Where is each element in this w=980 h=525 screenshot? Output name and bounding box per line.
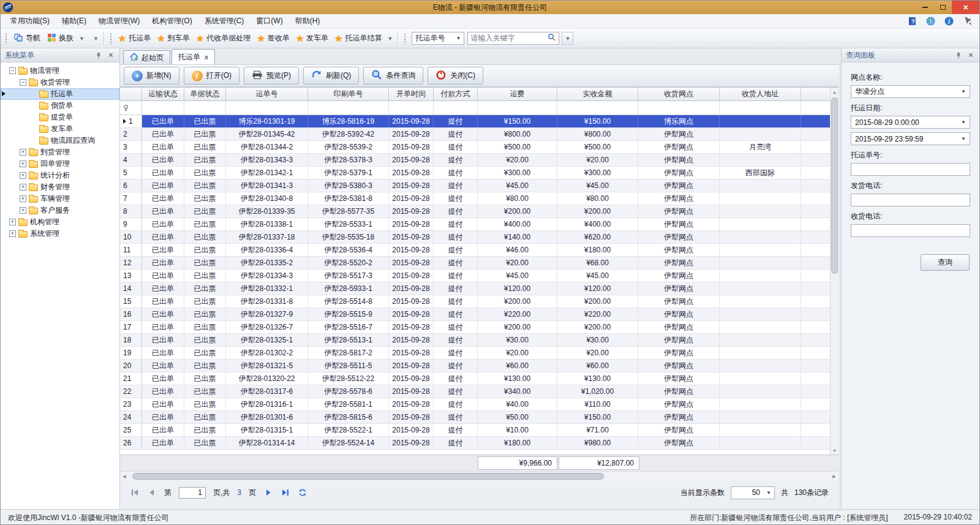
- toolbar-grip[interactable]: [5, 33, 7, 44]
- tree-toggle-icon[interactable]: +: [20, 195, 26, 202]
- grid-cell[interactable]: 伊犁28-5515-9: [308, 308, 389, 320]
- row-indicator[interactable]: 9: [120, 218, 142, 230]
- grid-cell[interactable]: 伊犁网点: [638, 308, 720, 320]
- grid-cell[interactable]: 伊犁28-5512-22: [308, 372, 389, 385]
- grid-cell[interactable]: 伊犁网点: [638, 295, 720, 308]
- skin-dropdown-icon[interactable]: ▼: [77, 34, 87, 43]
- table-row[interactable]: 10已出单已出票伊犁28-01337-18伊犁28-5535-182015-09…: [120, 231, 830, 244]
- grid-cell[interactable]: 已出票: [184, 321, 226, 333]
- sidebar-close-icon[interactable]: ×: [107, 51, 115, 59]
- nav-button[interactable]: 导航: [10, 31, 44, 45]
- grid-cell[interactable]: 已出单: [142, 244, 184, 256]
- page-size-select[interactable]: 50▼: [731, 486, 775, 499]
- row-indicator[interactable]: 24: [120, 411, 142, 423]
- row-indicator[interactable]: 1: [120, 115, 142, 127]
- grid-cell[interactable]: ¥340.00: [478, 385, 557, 398]
- grid-cell[interactable]: 已出票: [184, 282, 226, 295]
- grid-cell[interactable]: ¥800.00: [557, 128, 638, 140]
- grid-cell[interactable]: 2015-09-28: [389, 115, 434, 127]
- grid-cell[interactable]: 伊犁28-01343-3: [226, 154, 308, 166]
- grid-cell[interactable]: 伊犁28-5533-1: [308, 218, 389, 230]
- table-row[interactable]: 23已出单已出票伊犁28-01316-1伊犁28-5581-12015-09-2…: [120, 398, 830, 411]
- table-row[interactable]: 13已出单已出票伊犁28-01334-3伊犁28-5517-32015-09-2…: [120, 270, 830, 282]
- last-page-icon[interactable]: [281, 488, 290, 497]
- grid-cell[interactable]: 伊犁28-5817-2: [308, 347, 389, 359]
- grid-cell[interactable]: 提付: [434, 372, 478, 385]
- query-panel-close-icon[interactable]: ×: [967, 51, 975, 59]
- grid-cell[interactable]: ¥20.00: [478, 257, 557, 269]
- grid-cell[interactable]: 提付: [434, 141, 478, 153]
- pin-icon[interactable]: [954, 51, 963, 59]
- search-magnifier-icon[interactable]: [548, 33, 556, 43]
- grid-cell[interactable]: 已出单: [142, 385, 184, 398]
- table-row[interactable]: 7已出单已出票伊犁28-01340-8伊犁28-5381-82015-09-28…: [120, 192, 830, 205]
- row-indicator[interactable]: 16: [120, 308, 142, 320]
- table-row[interactable]: 14已出单已出票伊犁28-01332-1伊犁28-5933-12015-09-2…: [120, 282, 830, 295]
- grid-cell[interactable]: 伊犁网点: [638, 385, 720, 398]
- vertical-scroll-thumb[interactable]: [831, 97, 838, 274]
- toolbar-overflow-icon[interactable]: ▼: [91, 34, 101, 43]
- favorite-shortcut-3[interactable]: ★签收单: [254, 33, 292, 43]
- grid-cell[interactable]: ¥180.00: [557, 244, 638, 256]
- grid-cell[interactable]: 伊犁网点: [638, 128, 720, 140]
- grid-cell[interactable]: [720, 385, 801, 398]
- column-header-3[interactable]: 印刷单号: [308, 88, 389, 100]
- grid-cell[interactable]: ¥45.00: [478, 270, 557, 282]
- grid-cell[interactable]: 已出单: [142, 334, 184, 346]
- query-field-select-1-0[interactable]: 2015-08-29 0:00:00▼: [851, 116, 970, 129]
- grid-cell[interactable]: ¥200.00: [557, 321, 638, 333]
- grid-cell[interactable]: ¥45.00: [557, 270, 638, 282]
- grid-cell[interactable]: 已出票: [184, 128, 226, 140]
- action-button-0[interactable]: +新增(N): [124, 67, 179, 85]
- grid-cell[interactable]: 已出票: [184, 218, 226, 230]
- grid-cell[interactable]: 伊犁28-5392-42: [308, 128, 389, 140]
- prev-page-icon[interactable]: [147, 488, 157, 497]
- grid-cell[interactable]: 提付: [434, 244, 478, 256]
- favorite-shortcut-0[interactable]: ★托运单: [115, 33, 154, 43]
- grid-cell[interactable]: 伊犁网点: [638, 347, 720, 359]
- grid-cell[interactable]: [720, 282, 801, 295]
- grid-cell[interactable]: 2015-09-28: [389, 321, 434, 333]
- sidebar-item-0[interactable]: −物流管理: [1, 65, 119, 77]
- grid-cell[interactable]: [720, 308, 801, 320]
- sidebar-item-4[interactable]: 提货单: [1, 111, 119, 123]
- filter-cell-7[interactable]: [557, 101, 638, 115]
- grid-cell[interactable]: ¥220.00: [557, 308, 638, 320]
- query-field-select-1-1[interactable]: 2015-09-29 23:59:59▼: [851, 132, 970, 145]
- first-page-icon[interactable]: [130, 488, 140, 497]
- grid-cell[interactable]: ¥400.00: [557, 218, 638, 230]
- grid-cell[interactable]: 伊犁28-5379-1: [308, 167, 389, 179]
- tab-waybill[interactable]: 托运单 x: [172, 49, 215, 64]
- grid-cell[interactable]: 伊犁28-01341-3: [226, 179, 308, 192]
- filter-cell-3[interactable]: [308, 101, 389, 115]
- grid-cell[interactable]: 2015-09-28: [389, 141, 434, 153]
- grid-cell[interactable]: 伊犁28-5539-2: [308, 141, 389, 153]
- grid-cell[interactable]: 2015-09-28: [389, 398, 434, 410]
- grid-cell[interactable]: [720, 128, 801, 140]
- tab-close-icon[interactable]: x: [205, 53, 208, 61]
- grid-cell[interactable]: 提付: [434, 205, 478, 217]
- grid-cell[interactable]: 2015-09-28: [389, 128, 434, 140]
- grid-cell[interactable]: ¥30.00: [557, 334, 638, 346]
- grid-cell[interactable]: 博乐28-5816-19: [308, 115, 389, 127]
- row-indicator[interactable]: 8: [120, 205, 142, 217]
- grid-cell[interactable]: 已出票: [184, 154, 226, 166]
- grid-cell[interactable]: 伊犁网点: [638, 398, 720, 410]
- skin-button[interactable]: 换肤 ▼: [44, 31, 91, 45]
- grid-cell[interactable]: 2015-09-28: [389, 231, 434, 243]
- grid-cell[interactable]: 伊犁网点: [638, 154, 720, 166]
- grid-cell[interactable]: 伊犁28-5378-3: [308, 154, 389, 166]
- grid-cell[interactable]: 提付: [434, 282, 478, 295]
- grid-cell[interactable]: 提付: [434, 347, 478, 359]
- row-indicator[interactable]: 18: [120, 334, 142, 346]
- sidebar-item-2[interactable]: 托运单: [1, 88, 119, 100]
- grid-cell[interactable]: 提付: [434, 179, 478, 192]
- grid-cell[interactable]: 已出票: [184, 257, 226, 269]
- table-row[interactable]: 24已出单已出票伊犁28-01301-6伊犁28-5815-62015-09-2…: [120, 411, 830, 424]
- grid-cell[interactable]: 已出票: [184, 231, 226, 243]
- row-indicator[interactable]: 10: [120, 231, 142, 243]
- favorite-shortcut-5[interactable]: ★托运单结算: [331, 33, 385, 43]
- grid-cell[interactable]: ¥1,020.00: [557, 385, 638, 398]
- table-row[interactable]: 12已出单已出票伊犁28-01335-2伊犁28-5520-22015-09-2…: [120, 257, 830, 270]
- query-field-select-0-0[interactable]: 华凌分点▼: [851, 85, 970, 98]
